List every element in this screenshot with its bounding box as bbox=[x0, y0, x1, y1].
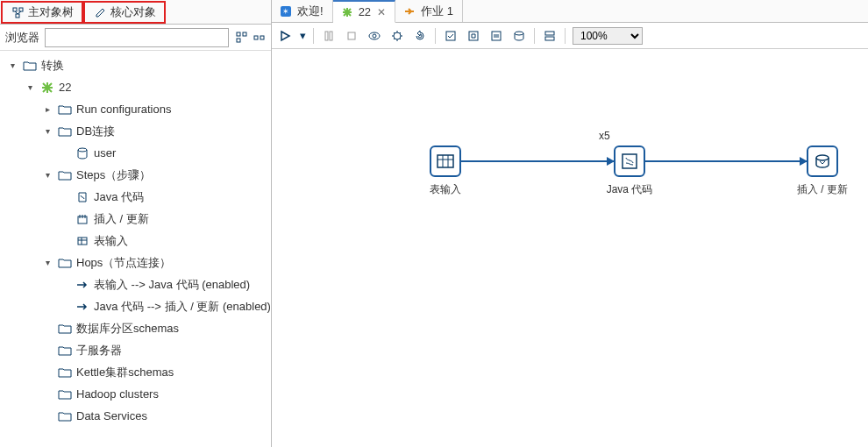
folder-icon bbox=[58, 168, 72, 182]
tree-dbconn[interactable]: ▾ DB连接 bbox=[0, 120, 271, 142]
tree-steps[interactable]: ▾ Steps（步骤） bbox=[0, 164, 271, 186]
chevron-down-icon[interactable]: ▾ bbox=[42, 125, 53, 137]
svg-rect-4 bbox=[243, 32, 246, 36]
pause-button[interactable] bbox=[321, 28, 337, 44]
tree-trans[interactable]: ▾ 22 bbox=[0, 76, 271, 98]
run-button[interactable] bbox=[277, 28, 293, 44]
tree-hop2[interactable]: Java 代码 --> 插入 / 更新 (enabled) bbox=[0, 295, 271, 317]
zoom-select[interactable]: 100% bbox=[573, 27, 643, 45]
tab-job-label: 作业 1 bbox=[421, 4, 453, 19]
filter-input[interactable] bbox=[45, 28, 229, 47]
tree-hadoop-label: Hadoop clusters bbox=[76, 387, 159, 401]
impact-button[interactable] bbox=[466, 28, 481, 44]
svg-rect-0 bbox=[13, 8, 17, 11]
tree-hops[interactable]: ▾ Hops（节点连接） bbox=[0, 252, 271, 273]
svg-rect-14 bbox=[330, 32, 332, 40]
filter-label: 浏览器 bbox=[5, 30, 39, 46]
tab-core-objects[interactable]: 核心对象 bbox=[83, 1, 166, 24]
chevron-right-icon[interactable]: ▸ bbox=[42, 103, 53, 115]
database-icon bbox=[75, 146, 89, 160]
arrow-icon bbox=[800, 157, 808, 166]
tree-dataservices[interactable]: Data Services bbox=[0, 405, 271, 427]
preview-button[interactable] bbox=[366, 28, 382, 44]
pencil-icon bbox=[93, 5, 107, 19]
explore-db-button[interactable] bbox=[511, 28, 527, 44]
step-insert-update[interactable]: 插入 / 更新 bbox=[807, 145, 838, 177]
tree-step-java[interactable]: Java 代码 bbox=[0, 186, 271, 208]
step-java-code-label: Java 代码 bbox=[607, 182, 653, 197]
stop-button[interactable] bbox=[344, 28, 359, 44]
tab-job[interactable]: 作业 1 bbox=[395, 0, 463, 22]
tree-hadoop[interactable]: Hadoop clusters bbox=[0, 383, 271, 405]
show-results-button[interactable] bbox=[542, 28, 558, 44]
svg-rect-24 bbox=[545, 37, 554, 40]
svg-rect-2 bbox=[16, 14, 19, 18]
collapse-all-icon[interactable] bbox=[252, 31, 266, 45]
debug-button[interactable] bbox=[389, 28, 405, 44]
tree-runconf[interactable]: ▸ Run configurations bbox=[0, 98, 271, 120]
hop-icon bbox=[75, 300, 89, 314]
tree-slave-label: 子服务器 bbox=[76, 343, 122, 358]
tree-partition-label: 数据库分区schemas bbox=[76, 321, 179, 337]
tree-cluster[interactable]: Kettle集群schemas bbox=[0, 361, 271, 383]
chevron-down-icon[interactable]: ▾ bbox=[25, 82, 36, 93]
tree-hop2-label: Java 代码 --> 插入 / 更新 (enabled) bbox=[94, 299, 271, 315]
hop-2[interactable] bbox=[645, 160, 807, 162]
svg-rect-5 bbox=[237, 39, 240, 42]
canvas-toolbar: ▾ 100% bbox=[272, 23, 868, 49]
step-table-input-label: 表输入 bbox=[430, 182, 461, 197]
expand-all-icon[interactable] bbox=[234, 31, 248, 45]
step-java-code[interactable]: Java 代码 bbox=[614, 145, 645, 177]
close-icon[interactable]: ✕ bbox=[377, 6, 386, 18]
tab-welcome[interactable]: ✶ 欢迎! bbox=[272, 0, 333, 22]
svg-rect-1 bbox=[19, 8, 23, 11]
tree-step-table[interactable]: 表输入 bbox=[0, 230, 271, 252]
chevron-down-icon[interactable]: ▾ bbox=[42, 257, 53, 268]
tab-welcome-label: 欢迎! bbox=[297, 4, 324, 19]
tree-cluster-label: Kettle集群schemas bbox=[76, 365, 174, 380]
svg-point-22 bbox=[515, 32, 523, 35]
tree-step-insert[interactable]: 插入 / 更新 bbox=[0, 208, 271, 230]
hop-icon bbox=[75, 278, 89, 292]
sql-button[interactable] bbox=[488, 28, 504, 44]
tree-icon bbox=[11, 5, 25, 19]
chevron-down-icon[interactable]: ▾ bbox=[7, 60, 18, 71]
welcome-icon: ✶ bbox=[279, 4, 293, 18]
tree-root[interactable]: ▾ 转换 bbox=[0, 54, 271, 76]
tree-dbuser[interactable]: user bbox=[0, 142, 271, 164]
svg-point-8 bbox=[78, 148, 87, 152]
tab-trans[interactable]: 22 ✕ bbox=[333, 0, 395, 23]
replay-button[interactable] bbox=[412, 28, 428, 44]
canvas[interactable]: 表输入 Java 代码 插入 / 更新 x5 bbox=[272, 49, 868, 447]
tree-hop1[interactable]: 表输入 --> Java 代码 (enabled) bbox=[0, 273, 271, 295]
folder-icon bbox=[58, 409, 72, 423]
tree-steps-label: Steps（步骤） bbox=[76, 167, 151, 183]
tree-slave[interactable]: 子服务器 bbox=[0, 339, 271, 361]
svg-rect-6 bbox=[254, 36, 258, 39]
svg-rect-7 bbox=[260, 36, 264, 39]
step-table-input[interactable]: 表输入 bbox=[430, 145, 461, 177]
folder-icon bbox=[58, 344, 72, 358]
tab-main-object-tree[interactable]: 主对象树 bbox=[1, 1, 83, 24]
svg-rect-13 bbox=[325, 32, 328, 40]
hop-1[interactable] bbox=[461, 160, 614, 162]
svg-rect-20 bbox=[469, 32, 478, 40]
tree-hop1-label: 表输入 --> Java 代码 (enabled) bbox=[94, 277, 250, 293]
folder-icon bbox=[58, 387, 72, 401]
transformation-icon bbox=[40, 81, 54, 95]
left-tabs: 主对象树 核心对象 bbox=[0, 0, 271, 25]
tree-trans-label: 22 bbox=[59, 81, 71, 94]
tree-dbuser-label: user bbox=[94, 146, 116, 160]
tree-hops-label: Hops（节点连接） bbox=[76, 255, 171, 271]
chevron-down-icon[interactable]: ▾ bbox=[42, 169, 53, 181]
tab-core-objects-label: 核心对象 bbox=[110, 4, 156, 20]
svg-text:✶: ✶ bbox=[282, 7, 289, 16]
right-panel: ✶ 欢迎! 22 ✕ 作业 1 ▾ 100% bbox=[272, 0, 868, 447]
folder-icon bbox=[58, 124, 72, 138]
svg-rect-21 bbox=[492, 32, 501, 40]
check-button[interactable] bbox=[443, 28, 459, 44]
tree-step-insert-label: 插入 / 更新 bbox=[94, 211, 149, 227]
tree-partition[interactable]: 数据库分区schemas bbox=[0, 317, 271, 339]
java-icon bbox=[75, 190, 89, 204]
step-insert-update-label: 插入 / 更新 bbox=[797, 182, 848, 197]
